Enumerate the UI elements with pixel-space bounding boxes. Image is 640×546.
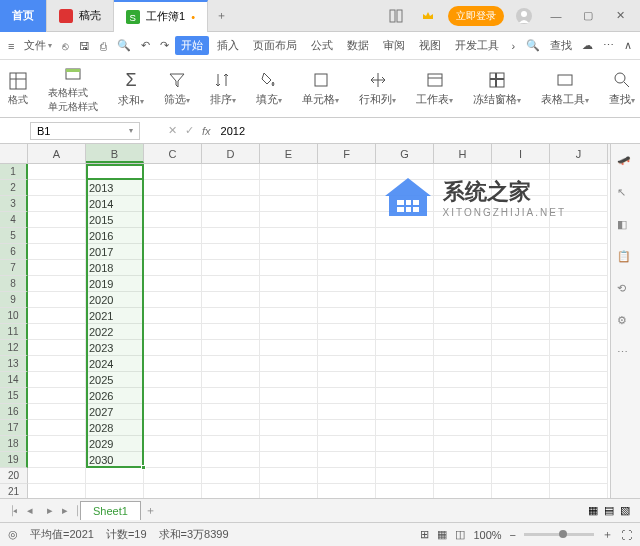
cell[interactable] xyxy=(318,164,376,180)
cell[interactable] xyxy=(492,484,550,498)
cell[interactable] xyxy=(550,180,608,196)
cell[interactable] xyxy=(376,484,434,498)
settings-icon[interactable]: ⚙ xyxy=(617,314,635,332)
cell[interactable]: 2030 xyxy=(86,452,144,468)
cell[interactable] xyxy=(550,212,608,228)
cell[interactable] xyxy=(550,164,608,180)
cell[interactable] xyxy=(434,180,492,196)
menutab-start[interactable]: 开始 xyxy=(175,36,209,55)
cell[interactable] xyxy=(434,228,492,244)
rg-tablestyle[interactable]: 表格样式单元格样式 xyxy=(44,64,102,114)
cell[interactable] xyxy=(318,420,376,436)
cell[interactable]: 2016 xyxy=(86,228,144,244)
cell[interactable] xyxy=(260,468,318,484)
cell[interactable] xyxy=(260,372,318,388)
cell[interactable] xyxy=(260,324,318,340)
cell[interactable] xyxy=(434,164,492,180)
row-header[interactable]: 1 xyxy=(0,164,28,180)
cell[interactable] xyxy=(434,340,492,356)
sheet-nav-last[interactable]: ▸⎹ xyxy=(60,504,80,517)
rg-freeze[interactable]: 冻结窗格▾ xyxy=(469,70,525,107)
cell[interactable] xyxy=(434,324,492,340)
fx-icon[interactable]: fx xyxy=(202,125,211,137)
cell[interactable] xyxy=(28,244,86,260)
accept-formula-icon[interactable]: ✓ xyxy=(185,124,194,137)
cell[interactable] xyxy=(318,212,376,228)
cell[interactable] xyxy=(318,180,376,196)
cell[interactable] xyxy=(260,196,318,212)
row-header[interactable]: 8 xyxy=(0,276,28,292)
row-header[interactable]: 10 xyxy=(0,308,28,324)
cell[interactable] xyxy=(260,244,318,260)
cell[interactable] xyxy=(318,484,376,498)
cell[interactable] xyxy=(434,404,492,420)
cell[interactable] xyxy=(260,420,318,436)
cell[interactable]: 2015 xyxy=(86,212,144,228)
cell[interactable] xyxy=(28,372,86,388)
cell[interactable] xyxy=(492,420,550,436)
cell[interactable] xyxy=(144,212,202,228)
cell[interactable] xyxy=(28,276,86,292)
cell[interactable] xyxy=(376,180,434,196)
cell[interactable] xyxy=(202,212,260,228)
cell[interactable] xyxy=(318,356,376,372)
row-header[interactable]: 18 xyxy=(0,436,28,452)
cell[interactable] xyxy=(492,292,550,308)
cell[interactable]: 2018 xyxy=(86,260,144,276)
cell[interactable] xyxy=(144,468,202,484)
sheet-nav-prev[interactable]: ◂ xyxy=(20,504,40,517)
search-label[interactable]: 查找 xyxy=(546,36,576,55)
cell[interactable] xyxy=(492,324,550,340)
collapse-ribbon-icon[interactable]: ∧ xyxy=(620,37,636,54)
col-D[interactable]: D xyxy=(202,144,260,163)
cell[interactable] xyxy=(202,484,260,498)
backup-icon[interactable]: ⟲ xyxy=(617,282,635,300)
cell[interactable] xyxy=(28,340,86,356)
cell[interactable]: 2028 xyxy=(86,420,144,436)
tab-home[interactable]: 首页 xyxy=(0,0,47,32)
cell[interactable] xyxy=(260,228,318,244)
cell[interactable] xyxy=(28,164,86,180)
cell[interactable] xyxy=(492,388,550,404)
cell[interactable] xyxy=(376,340,434,356)
cell[interactable] xyxy=(144,244,202,260)
cell[interactable] xyxy=(202,436,260,452)
pageview-icon[interactable]: ◫ xyxy=(455,528,465,541)
row-header[interactable]: 9 xyxy=(0,292,28,308)
row-header[interactable]: 3 xyxy=(0,196,28,212)
cell[interactable] xyxy=(202,372,260,388)
cell[interactable] xyxy=(376,244,434,260)
cell[interactable] xyxy=(28,452,86,468)
cell[interactable] xyxy=(550,356,608,372)
toolbox-icon[interactable]: 🛹 xyxy=(617,154,635,172)
cell[interactable]: 2022 xyxy=(86,324,144,340)
print-icon[interactable]: ⎙ xyxy=(96,38,111,54)
menutab-data[interactable]: 数据 xyxy=(341,36,375,55)
cell[interactable] xyxy=(550,308,608,324)
cell[interactable] xyxy=(376,196,434,212)
select-icon[interactable]: ↖ xyxy=(617,186,635,204)
cell[interactable] xyxy=(260,180,318,196)
cell[interactable] xyxy=(202,244,260,260)
cell[interactable] xyxy=(434,260,492,276)
maximize-button[interactable]: ▢ xyxy=(576,4,600,28)
cell[interactable] xyxy=(492,180,550,196)
rg-tabletools[interactable]: 表格工具▾ xyxy=(537,70,593,107)
menutab-devtools[interactable]: 开发工具 xyxy=(449,36,505,55)
cell[interactable] xyxy=(202,292,260,308)
cell[interactable]: 2020 xyxy=(86,292,144,308)
cell[interactable] xyxy=(28,324,86,340)
close-button[interactable]: ✕ xyxy=(608,4,632,28)
cell[interactable] xyxy=(28,484,86,498)
style-icon[interactable]: ◧ xyxy=(617,218,635,236)
lock-icon[interactable]: ⊞ xyxy=(420,528,429,541)
rg-cell[interactable]: 单元格▾ xyxy=(298,70,343,107)
cell[interactable] xyxy=(260,276,318,292)
cell[interactable] xyxy=(260,388,318,404)
cell[interactable] xyxy=(550,468,608,484)
cell[interactable] xyxy=(550,404,608,420)
cell[interactable] xyxy=(550,436,608,452)
cell[interactable] xyxy=(202,276,260,292)
row-header[interactable]: 7 xyxy=(0,260,28,276)
cell[interactable] xyxy=(28,356,86,372)
